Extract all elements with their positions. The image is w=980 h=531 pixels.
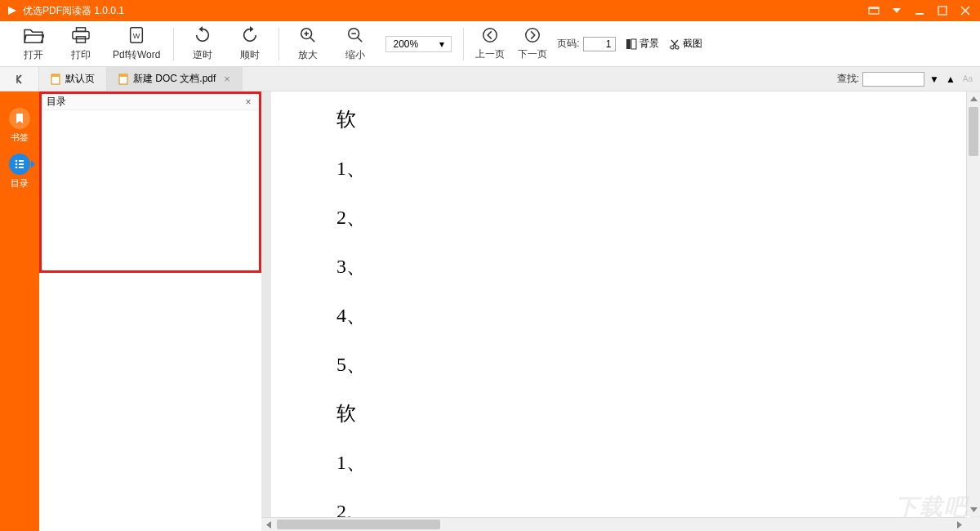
minimize-button[interactable] — [911, 4, 928, 17]
scroll-down-icon[interactable] — [967, 502, 980, 516]
svg-marker-41 — [970, 96, 978, 101]
doc-line: 1、 — [336, 438, 905, 487]
open-button[interactable]: 打开 — [18, 25, 49, 62]
sidebar-bookmark-button[interactable]: 书签 — [5, 103, 34, 149]
bookmark-icon — [9, 108, 30, 129]
vertical-scrollbar[interactable] — [966, 91, 980, 516]
svg-text:W: W — [133, 32, 140, 40]
svg-rect-34 — [119, 74, 127, 77]
doc-line: 软 — [336, 389, 905, 438]
maximize-button[interactable] — [934, 4, 951, 17]
svg-rect-2 — [869, 7, 879, 9]
doc-line: 软 — [336, 95, 905, 144]
svg-rect-4 — [915, 13, 924, 15]
search-next-icon[interactable]: ▼ — [928, 74, 941, 85]
tab-default[interactable]: 默认页 — [39, 67, 107, 91]
document-page: 软 1、 2、 3、 4、 5、 软 1、 2、 3、 — [271, 91, 970, 531]
svg-rect-38 — [19, 163, 24, 165]
toolbar: 打开 打印 W Pdf转Word 逆时 顺时 放大 缩小 200% ▾ 上一页 … — [0, 21, 980, 67]
svg-rect-9 — [73, 31, 89, 38]
titlebar: 优选PDF阅读器 1.0.0.1 — [0, 0, 980, 21]
page-number-input[interactable] — [583, 37, 616, 51]
svg-point-27 — [675, 46, 679, 49]
svg-rect-24 — [626, 39, 630, 49]
pdf-to-word-button[interactable]: W Pdf转Word — [113, 25, 160, 62]
dropdown-icon: ▾ — [436, 38, 448, 50]
print-icon — [70, 25, 91, 45]
svg-point-23 — [526, 29, 540, 42]
svg-rect-36 — [19, 160, 24, 162]
menu-button-1[interactable] — [866, 4, 882, 17]
svg-line-20 — [358, 38, 363, 42]
sidebar-toc-button[interactable]: 目录 — [5, 149, 34, 194]
open-icon — [23, 25, 44, 45]
svg-marker-44 — [957, 521, 962, 529]
rotate-cw-icon — [240, 25, 260, 45]
document-viewport[interactable]: 软 1、 2、 3、 4、 5、 软 1、 2、 3、 — [261, 91, 980, 531]
main-area: 书签 目录 目录 × 软 1、 2、 3、 4、 5、 软 1、 2、 3、 — [0, 91, 980, 531]
svg-point-26 — [670, 46, 674, 49]
doc-line: 2、 — [336, 193, 905, 242]
scroll-left-icon[interactable] — [261, 518, 275, 531]
svg-rect-25 — [631, 39, 636, 49]
svg-point-35 — [16, 160, 18, 163]
next-page-button[interactable]: 下一页 — [518, 26, 547, 61]
scroll-thumb[interactable] — [969, 107, 978, 156]
scrollbar-corner — [966, 517, 980, 531]
match-case-icon[interactable]: Aa — [960, 74, 975, 84]
svg-rect-32 — [51, 74, 60, 77]
outline-close-icon[interactable]: × — [243, 96, 254, 108]
zoom-in-button[interactable]: 放大 — [292, 25, 323, 62]
svg-marker-3 — [893, 8, 901, 13]
page-number-group: 页码: — [557, 37, 615, 51]
toc-icon — [9, 154, 30, 175]
tab-document[interactable]: 新建 DOC 文档.pdf × — [107, 67, 243, 91]
tab-back-button[interactable] — [0, 67, 39, 91]
scroll-up-icon[interactable] — [967, 91, 980, 105]
doc-line: 5、 — [336, 340, 905, 389]
search-input[interactable] — [862, 72, 924, 87]
scroll-thumb[interactable] — [277, 520, 440, 529]
horizontal-scrollbar[interactable] — [261, 517, 966, 531]
app-title: 优选PDF阅读器 1.0.0.1 — [23, 4, 866, 18]
prev-page-button[interactable]: 上一页 — [475, 26, 505, 61]
svg-rect-10 — [77, 37, 86, 42]
sidebar: 书签 目录 — [0, 91, 39, 531]
svg-marker-43 — [266, 521, 271, 529]
toolbar-separator — [173, 28, 174, 60]
rotate-cw-button[interactable]: 顺时 — [234, 25, 265, 62]
zoom-out-button[interactable]: 缩小 — [340, 25, 371, 62]
zoom-select[interactable]: 200% ▾ — [385, 36, 452, 52]
prev-page-icon — [480, 26, 500, 44]
svg-rect-5 — [938, 7, 947, 15]
svg-marker-14 — [250, 26, 254, 32]
background-button[interactable]: 背景 — [626, 37, 659, 51]
scroll-track[interactable] — [967, 105, 980, 502]
scroll-right-icon[interactable] — [952, 518, 966, 531]
window-buttons — [866, 4, 973, 17]
scissors-icon — [669, 38, 680, 50]
doc-line: 4、 — [336, 291, 905, 340]
outline-panel: 目录 × — [39, 91, 261, 273]
svg-rect-40 — [19, 167, 24, 168]
pdf-to-word-icon: W — [126, 25, 147, 45]
zoom-out-icon — [345, 25, 365, 45]
print-button[interactable]: 打印 — [65, 25, 96, 62]
rotate-ccw-icon — [193, 25, 212, 45]
svg-marker-42 — [970, 507, 978, 512]
tab-close-icon[interactable]: × — [224, 73, 230, 85]
next-page-icon — [523, 26, 542, 44]
svg-point-37 — [16, 163, 18, 166]
scroll-track[interactable] — [275, 518, 952, 531]
search-prev-icon[interactable]: ▲ — [944, 74, 957, 85]
app-logo-icon — [7, 5, 18, 16]
screenshot-button[interactable]: 截图 — [669, 37, 702, 51]
tabbar: 默认页 新建 DOC 文档.pdf × 查找: ▼ ▲ Aa — [0, 67, 980, 91]
close-button[interactable] — [957, 4, 973, 17]
menu-button-2[interactable] — [889, 4, 905, 17]
svg-line-16 — [310, 38, 315, 42]
toolbar-separator — [463, 28, 464, 60]
rotate-ccw-button[interactable]: 逆时 — [187, 25, 218, 62]
toolbar-separator — [278, 28, 279, 60]
svg-point-22 — [483, 29, 497, 42]
